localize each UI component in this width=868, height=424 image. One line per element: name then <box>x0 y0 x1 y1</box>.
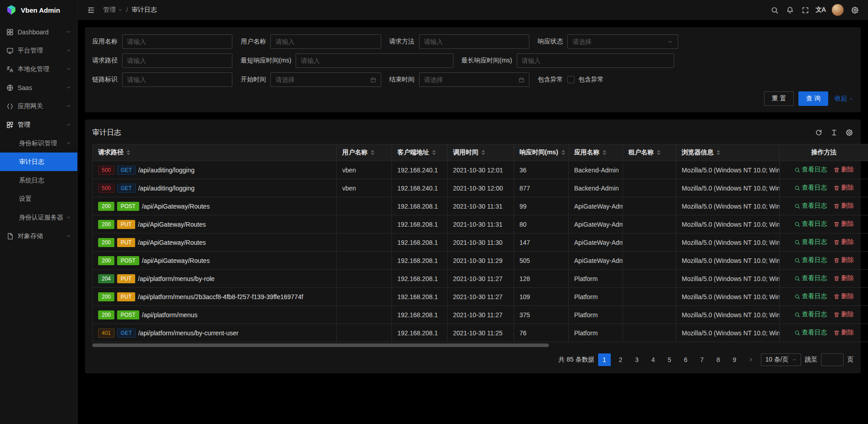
response-time-cell: 109 <box>514 288 569 306</box>
delete-button[interactable]: 删除 <box>834 184 854 192</box>
view-log-button[interactable]: 查看日志 <box>794 238 827 246</box>
view-log-button[interactable]: 查看日志 <box>794 166 827 174</box>
filter-text-input[interactable] <box>296 53 453 68</box>
sidebar-item[interactable]: 设置 <box>0 190 77 208</box>
page-button[interactable]: 5 <box>663 353 676 366</box>
settings-icon <box>846 129 853 136</box>
filter-select[interactable] <box>567 34 678 49</box>
sidebar-item[interactable]: 平台管理 <box>0 41 77 60</box>
view-log-button[interactable]: 查看日志 <box>794 310 827 319</box>
delete-button[interactable]: 删除 <box>834 274 854 282</box>
column-header[interactable]: 请求路径 <box>93 144 337 161</box>
filter-text-input[interactable] <box>270 34 381 49</box>
column-header[interactable]: 浏览器信息 <box>676 144 780 161</box>
delete-button[interactable]: 删除 <box>834 238 854 246</box>
calendar-icon <box>519 77 524 83</box>
notification-button[interactable] <box>783 3 797 17</box>
page-button[interactable]: 6 <box>679 353 692 366</box>
column-header[interactable]: 客户端地址 <box>392 144 448 161</box>
query-button[interactable]: 查 询 <box>798 91 828 106</box>
view-log-button[interactable]: 查看日志 <box>794 274 827 282</box>
next-page-button[interactable] <box>745 353 757 366</box>
settings-button[interactable] <box>848 3 862 17</box>
jump-page-input[interactable] <box>821 353 844 366</box>
horizontal-scrollbar-thumb[interactable] <box>92 343 549 347</box>
menu-fold-button[interactable] <box>84 3 98 17</box>
app-name-cell: ApiGateWay-Admin <box>569 215 623 233</box>
user-name-cell <box>337 233 392 252</box>
view-log-button[interactable]: 查看日志 <box>794 202 827 210</box>
page-button[interactable]: 2 <box>614 353 627 366</box>
page-button[interactable]: 7 <box>696 353 708 366</box>
filter-text-input[interactable] <box>517 53 674 68</box>
trash-icon <box>834 276 840 281</box>
refresh-button[interactable] <box>815 129 823 137</box>
delete-button[interactable]: 删除 <box>834 166 854 174</box>
column-header[interactable]: 用户名称 <box>337 144 392 161</box>
filter-text-input[interactable] <box>122 72 232 87</box>
page-button[interactable]: 8 <box>712 353 725 366</box>
sidebar-item[interactable]: 审计日志 <box>0 152 77 171</box>
chevron-down-icon <box>66 141 71 146</box>
column-header[interactable]: 应用名称 <box>569 144 623 161</box>
view-log-button[interactable]: 查看日志 <box>794 329 827 337</box>
translate-button[interactable]: 文A <box>814 3 827 17</box>
page-button[interactable]: 4 <box>647 353 660 366</box>
logo[interactable]: Vben Admin <box>0 0 77 20</box>
chevron-down-icon <box>66 48 71 53</box>
sidebar-item[interactable]: Saas <box>0 78 77 97</box>
collapse-link[interactable]: 收起 <box>835 95 854 103</box>
delete-button[interactable]: 删除 <box>834 329 854 337</box>
delete-button[interactable]: 删除 <box>834 220 854 228</box>
sidebar-item[interactable]: 身份标识管理 <box>0 134 77 152</box>
sidebar-item[interactable]: 应用网关 <box>0 97 77 115</box>
view-log-button[interactable]: 查看日志 <box>794 256 827 264</box>
response-time-cell: 76 <box>514 324 569 342</box>
sidebar-item-label: Dashboard <box>18 29 66 36</box>
column-header[interactable]: 租户名称 <box>623 144 676 161</box>
sidebar-item[interactable]: 系统日志 <box>0 171 77 190</box>
page-button[interactable]: 9 <box>728 353 741 366</box>
search-button[interactable] <box>768 3 781 17</box>
filter-date-input[interactable] <box>270 72 381 87</box>
page-size-select[interactable]: 10 条/页 <box>761 353 801 366</box>
delete-button[interactable]: 删除 <box>834 256 854 264</box>
client-address-cell: 192.168.208.1 <box>392 233 448 252</box>
reset-button[interactable]: 重 置 <box>764 91 794 106</box>
table-row: 401GET/api/platform/menus/by-current-use… <box>93 324 868 342</box>
filter-actions: 重 置 查 询 收起 <box>92 91 854 106</box>
sidebar-item[interactable]: 身份认证服务器 <box>0 208 77 227</box>
magnifier-icon <box>794 257 800 263</box>
page-button[interactable]: 3 <box>631 353 643 366</box>
include-exception-checkbox[interactable] <box>567 76 575 83</box>
delete-button[interactable]: 删除 <box>834 292 854 300</box>
table-toolbar <box>815 129 854 137</box>
fullscreen-button[interactable] <box>798 3 812 17</box>
view-log-button[interactable]: 查看日志 <box>794 184 827 192</box>
column-height-button[interactable] <box>830 129 838 137</box>
filter-text-input[interactable] <box>122 34 232 49</box>
view-log-button[interactable]: 查看日志 <box>794 220 827 228</box>
filter-text-input[interactable] <box>122 53 232 68</box>
page-button[interactable]: 1 <box>598 353 611 366</box>
sidebar-item[interactable]: Dashboard <box>0 23 77 41</box>
column-header[interactable]: 响应时间(ms) <box>514 144 569 161</box>
sidebar-item[interactable]: 对象存储 <box>0 227 77 245</box>
avatar[interactable] <box>832 4 844 16</box>
view-log-button[interactable]: 查看日志 <box>794 292 827 300</box>
sidebar-item[interactable]: 管理 <box>0 115 77 134</box>
settings-button[interactable] <box>845 129 854 137</box>
sidebar-item[interactable]: 本地化管理 <box>0 60 77 78</box>
app-name-cell: Platform <box>569 306 623 324</box>
column-header[interactable]: 调用时间 <box>448 144 514 161</box>
sidebar-item-label: 本地化管理 <box>18 65 66 73</box>
trash-icon <box>834 185 840 191</box>
app-name-cell: Backend-Admin <box>569 179 623 197</box>
delete-button[interactable]: 删除 <box>834 310 854 319</box>
request-path: /api/auditing/logging <box>138 167 195 174</box>
request-path-cell: 500GET/api/auditing/logging <box>93 179 337 197</box>
delete-button[interactable]: 删除 <box>834 202 854 210</box>
filter-date-input[interactable] <box>419 72 529 87</box>
filter-text-input[interactable] <box>419 34 529 49</box>
breadcrumb-item-manage[interactable]: 管理 <box>103 6 123 14</box>
